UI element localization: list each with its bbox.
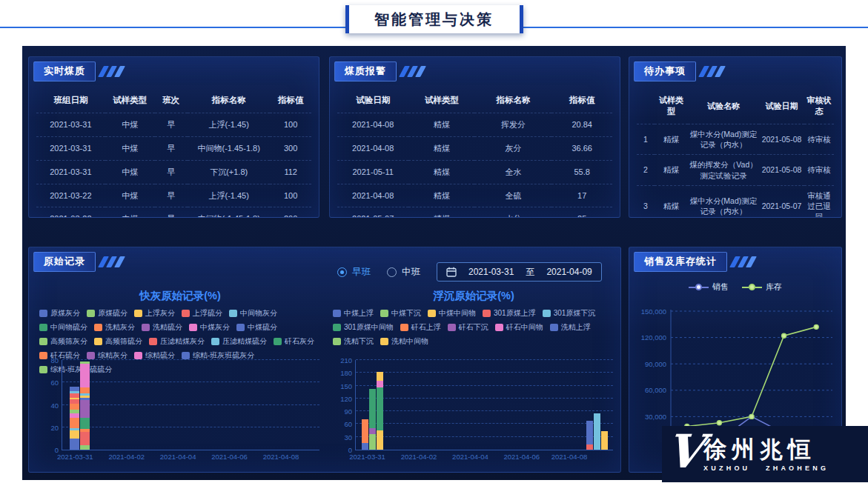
legend-item[interactable]: 中煤灰分 [189,322,230,333]
stacked-bar[interactable] [377,372,383,450]
legend-swatch-icon [448,324,456,331]
data-point[interactable] [814,324,818,329]
legend-label: 中煤灰分 [200,322,230,333]
column-header: 试样类型 [408,90,474,113]
legend-label: 301原煤上浮 [494,308,536,319]
legend-item[interactable]: 矸石上浮 [400,322,441,333]
legend-item[interactable]: 301原煤下沉 [543,308,596,319]
legend-swatch-icon [39,352,47,359]
legend-item[interactable]: 301原煤上浮 [483,308,536,319]
fastash-chart-title: 快灰原始记录(%) [35,289,325,303]
legend-item[interactable]: 销售 [689,282,729,293]
bar-segment [362,419,368,444]
legend-item[interactable]: 中煤下沉 [380,308,421,319]
table-row: 1精煤煤中水分(Mad)测定记录（内水）2021-05-08待审核 [637,124,834,155]
bar-segment [586,444,593,450]
date-from-value[interactable]: 2021-03-31 [468,267,514,277]
legend-item[interactable]: 中煤上浮 [333,308,374,319]
panel-header: 销售及库存统计 [634,252,754,272]
panel-header: 实时煤质 [33,61,122,81]
legend-item[interactable]: 库存 [742,282,782,293]
bar-segment [377,381,383,388]
legend-item[interactable]: 矸石下沉 [448,322,488,333]
data-point[interactable] [782,333,786,338]
legend-label: 洗精下沉 [344,336,374,347]
date-range-separator: 至 [526,266,534,279]
gridline [62,427,319,427]
column-header: 试样类型 [655,90,688,124]
legend-swatch-icon [94,324,102,331]
stacked-bar[interactable] [601,431,608,450]
legend-item[interactable]: 高频筛灰分 [39,336,87,347]
data-point[interactable] [717,421,721,425]
table-cell: 上浮(-1.45) [188,113,270,137]
legend-label: 中煤中间物 [439,308,476,319]
column-header [637,90,655,124]
stripes-decoration-icon [101,256,122,267]
fastash-plot: 0204060802021-03-312021-04-022021-04-042… [62,360,319,450]
bar-segment [80,364,90,387]
stacked-bar[interactable] [586,421,593,450]
table-cell: 300 [270,136,311,160]
table-cell: 煤的挥发分（Vad）测定试验记录 [688,155,759,185]
y-axis-tick-label: 90,000 [645,360,666,368]
legend-item[interactable]: 原煤灰分 [39,308,80,319]
legend-swatch-icon [400,324,408,331]
legend-item[interactable]: 中煤中间物 [428,308,476,319]
table-row: 2021-03-31中煤早下沉(+1.8)112 [36,160,311,184]
stacked-bar[interactable] [369,389,376,450]
table-cell: 审核通过已退回 [804,185,834,218]
column-header: 指标值 [551,90,612,113]
legend-item[interactable]: 上浮硫分 [182,308,222,319]
bar-segment [80,400,90,418]
date-to-value[interactable]: 2021-04-09 [546,267,592,277]
legend-item[interactable]: 洗精中间物 [380,336,428,347]
legend-item[interactable]: 压滤精煤硫分 [211,336,267,347]
stacked-bar[interactable] [362,419,368,450]
table-cell: 全水 [474,160,551,184]
stacked-bar[interactable] [594,413,600,450]
data-point[interactable] [749,414,754,419]
gridline [356,385,613,386]
legend-swatch-icon [274,338,282,345]
stacked-bar[interactable] [70,387,79,450]
legend-item[interactable]: 洗精上浮 [550,322,591,333]
table-cell: 112 [270,160,311,184]
legend-item[interactable]: 中间物灰分 [229,308,277,319]
legend-item[interactable]: 上浮灰分 [134,308,175,319]
table-cell: 2021-05-08 [759,155,804,185]
table-cell: 中煤 [105,136,155,160]
gridline [62,404,319,405]
legend-item[interactable]: 洗精下沉 [333,336,374,347]
legend-item[interactable]: 矸石灰分 [274,336,314,347]
stripes-decoration-icon [701,66,723,77]
shift-radio-morning[interactable]: 早班 [337,266,371,279]
legend-item[interactable]: 压滤精煤灰分 [149,336,205,347]
bar-segment [70,418,79,428]
table-cell: 17 [551,184,612,207]
table-cell: 煤中水分(Mad)测定记录（内水） [688,124,759,155]
table-cell: 早 [155,207,188,218]
legend-item[interactable]: 原煤硫分 [87,308,127,319]
legend-label: 洗精上浮 [561,322,591,333]
radio-unselected-icon [387,267,397,277]
legend-item[interactable]: 洗精灰分 [94,322,135,333]
table-cell: 精煤 [655,124,688,155]
table-cell: 2021-04-08 [337,136,408,160]
gridline [356,398,613,399]
legend-item[interactable]: 矸石中间物 [495,322,543,333]
legend-item[interactable]: 高频筛硫分 [94,336,142,347]
legend-item[interactable]: 301原煤中间物 [333,322,394,333]
bar-segment [377,387,383,430]
legend-item[interactable]: 洗精硫分 [142,322,182,333]
stacked-bar[interactable] [80,362,90,450]
stripes-decoration-icon [732,256,754,267]
column-header: 班组日期 [36,90,105,113]
panel-header: 原始记录 [33,252,122,272]
legend-item[interactable]: 中煤硫分 [236,322,277,333]
table-cell: 待审核 [804,124,834,155]
shift-radio-middle[interactable]: 中班 [387,266,420,279]
legend-item[interactable]: 中间物硫分 [39,322,87,333]
y-axis-tick-label: 210 [340,356,352,364]
table-cell: 100 [270,113,311,137]
